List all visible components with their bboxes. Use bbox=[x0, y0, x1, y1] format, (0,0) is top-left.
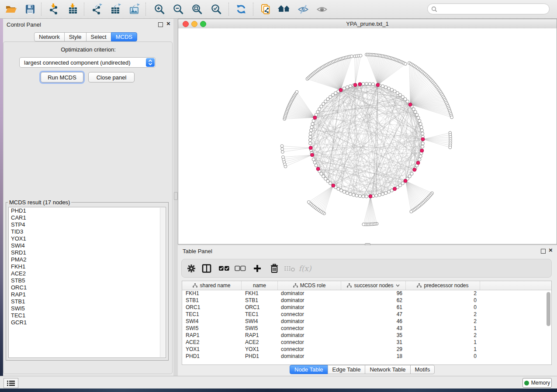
criterion-dropdown[interactable]: largest connected component (undirected) bbox=[19, 57, 156, 68]
mcds-result-node[interactable]: FKH1 bbox=[9, 263, 166, 270]
table-tabbar: Node TableEdge TableNetwork TableMotifs bbox=[290, 365, 435, 374]
table-row[interactable]: TEC1TEC1connector472 bbox=[182, 311, 551, 318]
mcds-result-node[interactable]: SWI5 bbox=[9, 305, 166, 312]
save-session-icon[interactable] bbox=[22, 2, 38, 17]
select-all-icon[interactable] bbox=[218, 263, 231, 274]
cell-successor_nodes: 46 bbox=[341, 318, 406, 325]
cell-successor_nodes: 96 bbox=[341, 290, 406, 297]
table-row[interactable]: ACE2ACE2connector311 bbox=[182, 339, 551, 346]
mcds-result-node[interactable]: PHD1 bbox=[9, 207, 166, 214]
optimization-criterion-label: Optimization criterion: bbox=[3, 46, 173, 53]
cell-predecessor_nodes: 0 bbox=[406, 297, 480, 304]
tab-mcds[interactable]: MCDS bbox=[111, 32, 137, 41]
tab-network[interactable]: Network bbox=[34, 32, 65, 41]
mcds-result-node[interactable]: STB1 bbox=[9, 298, 166, 305]
cell-mcds_role: dominator bbox=[278, 290, 341, 297]
cell-shared_name: YOX1 bbox=[182, 346, 242, 353]
mcds-result-node[interactable]: TEC1 bbox=[9, 312, 166, 319]
mcds-result-node[interactable]: ACE2 bbox=[9, 270, 166, 277]
cell-predecessor_nodes: 0 bbox=[406, 304, 480, 311]
hide-details-icon[interactable] bbox=[295, 2, 311, 17]
cell-successor_nodes: 43 bbox=[341, 325, 406, 332]
tab-motifs[interactable]: Motifs bbox=[410, 365, 435, 374]
mcds-result-node[interactable]: SRD1 bbox=[9, 249, 166, 256]
table-float-panel-icon[interactable] bbox=[541, 249, 546, 254]
table-row[interactable]: SWI4SWI4dominator462 bbox=[182, 318, 551, 325]
mcds-result-list[interactable]: PHD1CAR1STP4TID3YOX1SWI4SRD1PMA2FKH1ACE2… bbox=[8, 207, 166, 358]
mcds-result-node[interactable]: RAP1 bbox=[9, 291, 166, 298]
import-table-icon[interactable] bbox=[65, 2, 81, 17]
open-documents-icon[interactable] bbox=[258, 2, 273, 17]
table-row[interactable]: FKH1FKH1dominator962 bbox=[182, 290, 551, 297]
cell-predecessor_nodes: 2 bbox=[406, 332, 480, 339]
cell-successor_nodes: 61 bbox=[341, 304, 406, 311]
mcds-result-node[interactable]: STB5 bbox=[9, 277, 166, 284]
vertical-splitter[interactable] bbox=[173, 19, 178, 376]
column-header-shared-name[interactable]: shared name bbox=[182, 281, 242, 290]
export-network-icon[interactable] bbox=[89, 2, 104, 17]
tab-edge-table[interactable]: Edge Table bbox=[328, 365, 366, 374]
mcds-result-node[interactable]: CAR1 bbox=[9, 214, 166, 221]
deselect-all-icon[interactable] bbox=[234, 263, 247, 274]
table-row[interactable]: YOX1YOX1connector291 bbox=[182, 346, 551, 353]
mcds-result-node[interactable]: ORC1 bbox=[9, 284, 166, 291]
mcds-result-node[interactable]: PMA2 bbox=[9, 256, 166, 263]
export-table-icon[interactable] bbox=[107, 2, 123, 17]
memory-button[interactable]: Memory bbox=[522, 378, 552, 388]
mcds-list-scrollbar[interactable] bbox=[160, 208, 165, 357]
mcds-result-node[interactable]: YOX1 bbox=[9, 235, 166, 242]
panel-list-button[interactable] bbox=[3, 378, 18, 388]
column-header-name[interactable]: name bbox=[242, 281, 278, 290]
column-header-predecessor-nodes[interactable]: predecessor nodes bbox=[406, 281, 480, 290]
toolbar-separator bbox=[84, 3, 84, 16]
show-columns-icon[interactable] bbox=[200, 263, 213, 274]
close-panel-icon[interactable]: × bbox=[166, 20, 170, 28]
column-header-label: MCDS role bbox=[300, 282, 326, 289]
float-panel-icon[interactable] bbox=[158, 22, 163, 27]
network-window-titlebar[interactable]: YPA_prune.txt_1 bbox=[178, 19, 557, 29]
tab-style[interactable]: Style bbox=[64, 32, 86, 41]
zoom-out-icon[interactable] bbox=[170, 2, 186, 17]
column-header-MCDS-role[interactable]: MCDS role bbox=[278, 281, 341, 290]
tab-network-table[interactable]: Network Table bbox=[365, 365, 410, 374]
tab-select[interactable]: Select bbox=[86, 32, 111, 41]
tab-node-table[interactable]: Node Table bbox=[290, 365, 328, 374]
zoom-fit-icon[interactable] bbox=[189, 2, 205, 17]
import-network-icon[interactable] bbox=[46, 2, 62, 17]
mcds-result-node[interactable]: STP4 bbox=[9, 221, 166, 228]
settings-gear-icon[interactable] bbox=[185, 263, 198, 274]
export-image-icon[interactable] bbox=[126, 2, 142, 17]
run-mcds-button[interactable]: Run MCDS bbox=[41, 72, 83, 83]
table-row[interactable]: PHD1PHD1dominator180 bbox=[182, 353, 551, 360]
zoom-in-icon[interactable] bbox=[152, 2, 167, 17]
home-networks-icon[interactable] bbox=[276, 2, 292, 17]
column-header-successor-nodes[interactable]: successor nodes bbox=[341, 281, 406, 290]
show-details-icon[interactable] bbox=[314, 2, 330, 17]
table-row[interactable]: ORC1ORC1dominator610 bbox=[182, 304, 551, 311]
cell-successor_nodes: 35 bbox=[341, 332, 406, 339]
splitter-grip-icon[interactable] bbox=[174, 192, 178, 200]
mcds-result-node[interactable]: GCR1 bbox=[9, 319, 166, 326]
zoom-selected-icon[interactable] bbox=[208, 2, 224, 17]
table-row[interactable]: SWI5SWI5connector431 bbox=[182, 325, 551, 332]
add-column-icon[interactable] bbox=[251, 263, 264, 274]
table-scrollbar[interactable] bbox=[547, 292, 550, 326]
mcds-result-node[interactable]: TID3 bbox=[9, 228, 166, 235]
search-field[interactable] bbox=[427, 3, 550, 14]
mcds-result-node[interactable]: SWI4 bbox=[9, 242, 166, 249]
table-row[interactable]: RAP1RAP1dominator352 bbox=[182, 332, 551, 339]
search-input[interactable] bbox=[439, 5, 549, 13]
cell-successor_nodes: 47 bbox=[341, 311, 406, 318]
network-graph[interactable] bbox=[178, 28, 557, 244]
close-panel-button[interactable]: Close panel bbox=[88, 72, 135, 83]
refresh-icon[interactable] bbox=[233, 2, 249, 17]
network-canvas[interactable] bbox=[178, 28, 557, 244]
application-window: Control Panel × NetworkStyleSelectMCDS O… bbox=[0, 0, 557, 392]
cell-name: YOX1 bbox=[242, 346, 278, 353]
table-row[interactable]: STB1STB1dominator620 bbox=[182, 297, 551, 304]
open-session-icon[interactable] bbox=[3, 2, 19, 17]
delete-column-icon[interactable] bbox=[268, 263, 281, 274]
cell-successor_nodes: 29 bbox=[341, 346, 406, 353]
table-close-panel-icon[interactable]: × bbox=[549, 246, 553, 254]
control-panel-tabbar: NetworkStyleSelectMCDS bbox=[34, 32, 137, 41]
